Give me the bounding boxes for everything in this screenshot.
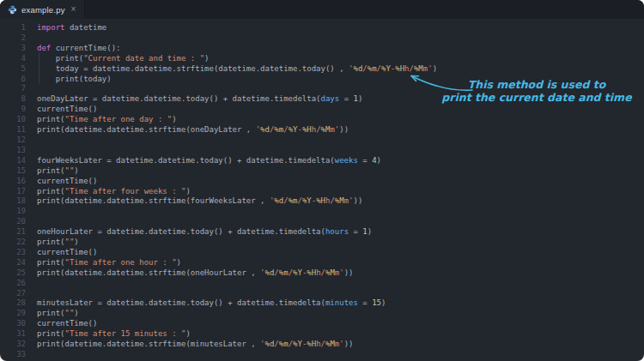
code-text[interactable] [37, 350, 644, 360]
line-number: 15 [0, 166, 37, 177]
code-text[interactable]: print("") [37, 309, 644, 319]
line-number: 33 [0, 350, 37, 360]
line-number: 19 [0, 207, 37, 217]
code-text[interactable]: print("") [37, 166, 644, 177]
code-line[interactable]: 2 [0, 33, 644, 44]
code-text[interactable]: oneDayLater = datetime.datetime.today() … [37, 94, 644, 105]
code-line[interactable]: 15print("") [0, 166, 644, 177]
code-line[interactable]: 27 [0, 289, 644, 299]
line-number: 21 [0, 227, 37, 238]
code-editor[interactable]: 1import datetime23def currentTime():4 pr… [0, 19, 644, 360]
code-line[interactable]: 8oneDayLater = datetime.datetime.today()… [0, 94, 644, 105]
line-number: 29 [0, 309, 37, 319]
code-line[interactable]: 14fourWeeksLater = datetime.datetime.tod… [0, 156, 644, 166]
code-text[interactable] [37, 33, 644, 44]
code-line[interactable]: 30currentTime() [0, 319, 644, 329]
code-text[interactable]: print(datetime.datetime.strftime(oneHour… [37, 268, 644, 279]
code-text[interactable]: print(today) [37, 75, 644, 85]
line-number: 26 [0, 279, 37, 289]
code-text[interactable]: print("Time after one day : ") [37, 115, 644, 125]
editor-window: example.py × 1import datetime23def curre… [0, 0, 644, 361]
code-line[interactable]: 5 today = datetime.datetime.strftime(dat… [0, 64, 644, 75]
code-text[interactable]: print(datetime.datetime.strftime(minutes… [37, 340, 644, 350]
code-line[interactable]: 6 print(today) [0, 75, 644, 85]
code-line[interactable]: 31print("Time after 15 minutes : ") [0, 329, 644, 340]
code-line[interactable]: 20 [0, 217, 644, 227]
code-text[interactable]: print("") [37, 238, 644, 248]
code-text[interactable]: currentTime() [37, 248, 644, 258]
code-line[interactable]: 9currentTime() [0, 105, 644, 115]
code-line[interactable]: 18print(datetime.datetime.strftime(fourW… [0, 196, 644, 207]
line-number: 7 [0, 84, 37, 94]
code-line[interactable]: 12 [0, 135, 644, 146]
line-number: 14 [0, 156, 37, 166]
line-number: 1 [0, 23, 37, 33]
line-number: 2 [0, 33, 37, 44]
code-text[interactable]: currentTime() [37, 319, 644, 329]
code-line[interactable]: 11print(datetime.datetime.strftime(oneDa… [0, 125, 644, 135]
code-line[interactable]: 7 [0, 84, 644, 94]
line-number: 30 [0, 319, 37, 329]
line-number: 27 [0, 289, 37, 299]
code-text[interactable]: def currentTime(): [37, 44, 644, 54]
code-text[interactable]: currentTime() [37, 177, 644, 187]
code-line[interactable]: 23currentTime() [0, 248, 644, 258]
tab-bar: example.py × [0, 0, 644, 19]
line-number: 22 [0, 238, 37, 248]
code-text[interactable]: today = datetime.datetime.strftime(datet… [37, 64, 644, 75]
line-number: 17 [0, 187, 37, 197]
code-line[interactable]: 25print(datetime.datetime.strftime(oneHo… [0, 268, 644, 279]
line-number: 16 [0, 177, 37, 187]
code-text[interactable] [37, 279, 644, 289]
line-number: 4 [0, 54, 37, 64]
code-line[interactable]: 28minutesLater = datetime.datetime.today… [0, 298, 644, 309]
code-text[interactable]: import datetime [37, 23, 644, 33]
code-line[interactable]: 29print("") [0, 309, 644, 319]
code-text[interactable] [37, 207, 644, 217]
close-icon[interactable]: × [71, 5, 76, 14]
line-number: 18 [0, 196, 37, 207]
tab-example-py[interactable]: example.py × [0, 0, 85, 19]
code-line[interactable]: 33 [0, 350, 644, 360]
line-number: 32 [0, 340, 37, 350]
code-text[interactable]: oneHourLater = datetime.datetime.today()… [37, 227, 644, 238]
code-line[interactable]: 21oneHourLater = datetime.datetime.today… [0, 227, 644, 238]
line-number: 11 [0, 125, 37, 135]
line-number: 8 [0, 94, 37, 105]
line-number: 23 [0, 248, 37, 258]
code-text[interactable]: print(datetime.datetime.strftime(fourWee… [37, 196, 644, 207]
code-line[interactable]: 13 [0, 146, 644, 156]
line-number: 20 [0, 217, 37, 227]
line-number: 9 [0, 105, 37, 115]
code-text[interactable] [37, 217, 644, 227]
code-line[interactable]: 32print(datetime.datetime.strftime(minut… [0, 340, 644, 350]
code-text[interactable] [37, 84, 644, 94]
code-line[interactable]: 17print("Time after four weeks : ") [0, 187, 644, 197]
code-line[interactable]: 4 print("Current date and time : ") [0, 54, 644, 64]
line-number: 3 [0, 44, 37, 54]
code-line[interactable]: 16currentTime() [0, 177, 644, 187]
code-text[interactable] [37, 289, 644, 299]
line-number: 6 [0, 75, 37, 85]
code-text[interactable]: print("Time after 15 minutes : ") [37, 329, 644, 340]
python-file-icon [8, 5, 17, 15]
tab-label: example.py [21, 5, 65, 15]
code-text[interactable]: fourWeeksLater = datetime.datetime.today… [37, 156, 644, 166]
code-text[interactable]: print("Time after four weeks : ") [37, 187, 644, 197]
code-line[interactable]: 1import datetime [0, 23, 644, 33]
code-line[interactable]: 10print("Time after one day : ") [0, 115, 644, 125]
code-line[interactable]: 26 [0, 279, 644, 289]
code-text[interactable] [37, 146, 644, 156]
code-line[interactable]: 19 [0, 207, 644, 217]
line-number: 10 [0, 115, 37, 125]
line-number: 13 [0, 146, 37, 156]
code-text[interactable]: currentTime() [37, 105, 644, 115]
code-text[interactable]: print("Current date and time : ") [37, 54, 644, 64]
code-line[interactable]: 22print("") [0, 238, 644, 248]
code-text[interactable] [37, 135, 644, 146]
code-line[interactable]: 3def currentTime(): [0, 44, 644, 54]
code-text[interactable]: print("Time after one hour : ") [37, 258, 644, 268]
code-line[interactable]: 24print("Time after one hour : ") [0, 258, 644, 268]
code-text[interactable]: minutesLater = datetime.datetime.today()… [37, 298, 644, 309]
code-text[interactable]: print(datetime.datetime.strftime(oneDayL… [37, 125, 644, 135]
